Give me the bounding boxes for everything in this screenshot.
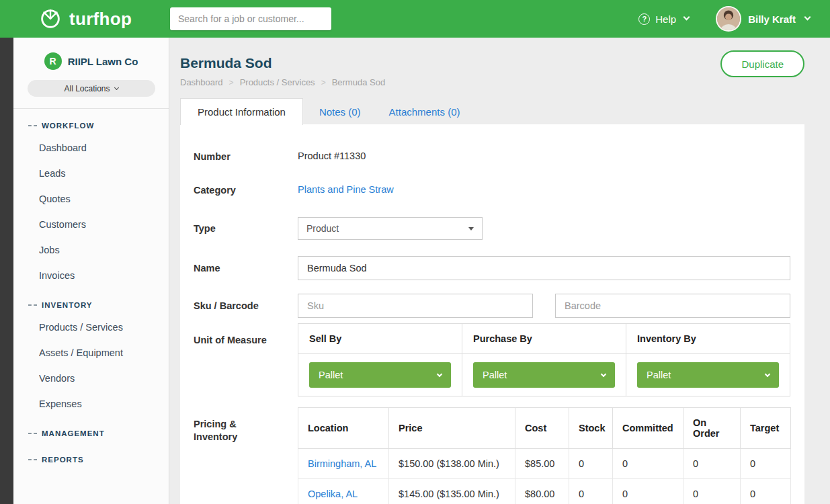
pricing-cell-target: 0 <box>741 449 791 479</box>
breadcrumb-products-services[interactable]: Products / Services <box>240 77 315 87</box>
pricing-header-committed: Committed <box>613 408 683 449</box>
locations-dropdown[interactable]: All Locations <box>28 80 155 97</box>
unit-of-measure-table: Sell By Purchase By Inventory By Pallet <box>298 323 790 396</box>
uom-header-purchase-by: Purchase By <box>462 324 626 354</box>
location-link[interactable]: Opelika, AL <box>298 479 389 504</box>
nav-section-label: WORKFLOW <box>42 122 94 130</box>
breadcrumb-separator: > <box>321 78 326 87</box>
sidebar-item-leads[interactable]: Leads <box>13 161 169 186</box>
duplicate-button[interactable]: Duplicate <box>720 50 804 77</box>
name-row: Name <box>194 256 790 280</box>
type-row: Type Product <box>194 217 790 240</box>
brand-logo[interactable]: turfhop <box>0 5 170 33</box>
pricing-header-cost: Cost <box>515 408 569 449</box>
category-label: Category <box>194 183 281 197</box>
barcode-input[interactable] <box>555 294 790 318</box>
pricing-cell-price: $145.00 ($135.00 Min.) <box>389 479 515 504</box>
sidebar-item-customers[interactable]: Customers <box>13 212 169 237</box>
user-name: Billy Kraft <box>748 13 796 25</box>
sidebar-item-vendors[interactable]: Vendors <box>13 366 169 391</box>
tab-bar: Product Information Notes (0) Attachment… <box>180 98 804 125</box>
pricing-row-opelika: Opelika, AL $145.00 ($135.00 Min.) $80.0… <box>298 479 791 504</box>
pricing-cell-target: 0 <box>741 479 791 504</box>
pricing-cell-on-order: 0 <box>683 479 741 504</box>
breadcrumb: Dashboard > Products / Services > Bermud… <box>180 77 385 87</box>
pricing-header-row: Location Price Cost Stock Committed On O… <box>298 408 791 449</box>
nav-section-workflow[interactable]: WORKFLOW <box>13 109 169 135</box>
sidebar-item-expenses[interactable]: Expenses <box>13 391 169 417</box>
type-select[interactable]: Product <box>298 217 483 240</box>
pricing-header-price: Price <box>389 408 515 449</box>
chevron-down-icon <box>804 14 811 21</box>
pricing-row-birmingham: Birmingham, AL $150.00 ($138.00 Min.) $8… <box>298 449 791 479</box>
breadcrumb-current: Bermuda Sod <box>332 77 386 87</box>
nav-section-reports[interactable]: REPORTS <box>13 443 169 469</box>
tab-notes[interactable]: Notes (0) <box>307 99 373 125</box>
top-bar: turfhop ? Help Billy Kraft <box>0 0 830 38</box>
turfhop-logo-icon <box>38 5 63 33</box>
avatar <box>716 6 741 32</box>
help-menu[interactable]: ? Help <box>638 13 689 25</box>
inventory-by-dropdown[interactable]: Pallet <box>637 362 779 388</box>
sidebar-item-assets-equipment[interactable]: Assets / Equipment <box>13 340 169 366</box>
location-link[interactable]: Birmingham, AL <box>298 449 389 479</box>
tab-product-information[interactable]: Product Information <box>180 98 303 125</box>
company-name: RIIPL Lawn Co <box>68 56 138 67</box>
category-link[interactable]: Plants and Pine Straw <box>298 184 394 195</box>
section-dashes-icon <box>28 433 37 434</box>
purchase-by-value: Pallet <box>483 370 507 380</box>
pricing-header-location: Location <box>298 408 389 449</box>
sidebar-item-dashboard[interactable]: Dashboard <box>13 135 169 161</box>
number-row: Number Product #11330 <box>194 150 790 163</box>
sell-by-dropdown[interactable]: Pallet <box>309 362 451 388</box>
page-header: Bermuda Sod Dashboard > Products / Servi… <box>180 50 804 87</box>
sidebar-item-invoices[interactable]: Invoices <box>13 263 169 288</box>
pricing-header-on-order: On Order <box>683 408 741 449</box>
company-logo: R <box>44 52 62 70</box>
sidebar-nav: WORKFLOW Dashboard Leads Quotes Customer… <box>13 109 169 469</box>
help-icon: ? <box>638 13 650 25</box>
sell-by-value: Pallet <box>319 370 343 380</box>
pricing-cell-committed: 0 <box>613 479 683 504</box>
help-label: Help <box>655 13 676 25</box>
sku-barcode-label: Sku / Barcode <box>194 299 281 312</box>
unit-of-measure-row: Unit of Measure Sell By Purchase By Inve… <box>194 323 790 396</box>
chevron-down-icon <box>683 14 690 21</box>
sidebar-item-products-services[interactable]: Products / Services <box>13 314 169 340</box>
section-dashes-icon <box>28 459 37 460</box>
pricing-cell-cost: $85.00 <box>515 449 569 479</box>
sidebar-item-jobs[interactable]: Jobs <box>13 237 169 263</box>
pricing-inventory-row: Pricing & Inventory Location Price Cost … <box>194 407 790 504</box>
chevron-down-icon <box>114 85 118 90</box>
section-dashes-icon <box>28 304 37 306</box>
product-number-value: Product #11330 <box>298 151 366 161</box>
sku-input[interactable] <box>298 294 533 318</box>
tab-attachments[interactable]: Attachments (0) <box>377 99 472 125</box>
product-information-panel: Number Product #11330 Category Plants an… <box>180 124 804 504</box>
user-menu[interactable]: Billy Kraft <box>716 6 810 32</box>
topbar-right: ? Help Billy Kraft <box>638 6 830 32</box>
chevron-down-icon <box>601 371 606 376</box>
type-label: Type <box>194 222 281 235</box>
breadcrumb-dashboard[interactable]: Dashboard <box>180 77 223 87</box>
select-caret-icon <box>468 227 474 230</box>
sidebar-item-quotes[interactable]: Quotes <box>13 186 169 212</box>
global-search-input[interactable] <box>170 7 331 30</box>
pricing-cell-stock: 0 <box>569 479 613 504</box>
section-dashes-icon <box>28 125 37 126</box>
sidebar: R RIIPL Lawn Co All Locations WORKFLOW D… <box>13 38 169 504</box>
nav-section-label: MANAGEMENT <box>42 429 105 437</box>
pricing-cell-on-order: 0 <box>683 449 741 479</box>
name-input[interactable] <box>298 256 790 280</box>
pricing-cell-committed: 0 <box>613 449 683 479</box>
pricing-cell-cost: $80.00 <box>515 479 569 504</box>
pricing-inventory-label: Pricing & Inventory <box>194 407 281 504</box>
company-header: R RIIPL Lawn Co <box>13 38 169 70</box>
inventory-by-value: Pallet <box>647 370 671 380</box>
pricing-header-target: Target <box>741 408 791 449</box>
purchase-by-dropdown[interactable]: Pallet <box>473 362 615 388</box>
nav-section-management[interactable]: MANAGEMENT <box>13 417 169 443</box>
name-label: Name <box>194 261 281 275</box>
nav-section-inventory[interactable]: INVENTORY <box>13 288 169 314</box>
sku-barcode-row: Sku / Barcode <box>194 294 790 318</box>
